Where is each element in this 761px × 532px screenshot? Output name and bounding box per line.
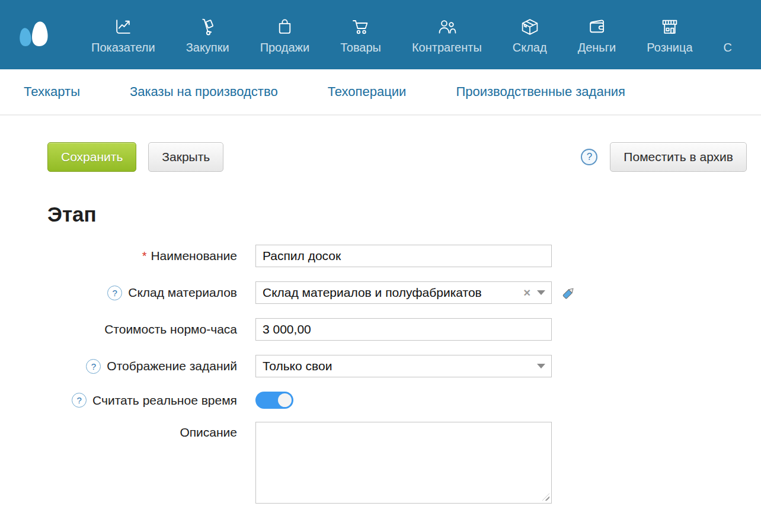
edit-pencil-icon[interactable]	[561, 285, 577, 301]
description-textarea[interactable]	[255, 422, 552, 504]
real-time-toggle[interactable]	[255, 392, 293, 409]
subnav-item-production-orders[interactable]: Заказы на производство	[130, 84, 278, 100]
shopping-bag-icon	[275, 15, 295, 37]
tasks-display-field-label: Отображение заданий	[107, 359, 237, 373]
nav-label: Закупки	[186, 41, 229, 55]
people-icon	[437, 15, 457, 37]
tasks-display-select[interactable]: Только свои	[255, 355, 552, 377]
nav-item-sales[interactable]: Продажи	[245, 15, 325, 55]
stage-form: * Наименование ? Склад материалов Склад …	[0, 245, 761, 504]
nav-item-counterparties[interactable]: Контрагенты	[397, 15, 497, 55]
rate-input[interactable]	[255, 318, 552, 341]
form-row-description: Описание	[47, 422, 761, 504]
rate-field-label: Стоимость нормо-часа	[104, 322, 237, 336]
cart-icon	[351, 15, 371, 37]
required-asterisk: *	[142, 249, 147, 263]
warehouse-field-label: Склад материалов	[128, 286, 237, 300]
toolbar-right-group: ? Поместить в архив	[581, 142, 747, 172]
top-navigation: Показатели Закупки Продажи	[76, 15, 747, 55]
nav-label: Товары	[340, 41, 381, 55]
form-row-tasks-display: ? Отображение заданий Только свои	[47, 355, 761, 377]
nav-item-truncated[interactable]: С	[708, 15, 747, 55]
package-icon	[520, 15, 540, 37]
real-time-field-label: Считать реальное время	[92, 393, 237, 408]
tasks-display-selected-value: Только свои	[263, 359, 537, 373]
description-field-label: Описание	[180, 425, 237, 440]
save-button[interactable]: Сохранить	[47, 142, 136, 171]
nav-item-purchases[interactable]: Закупки	[171, 15, 245, 55]
subnav-item-production-tasks[interactable]: Производственные задания	[456, 84, 625, 100]
nav-label: Деньги	[578, 41, 616, 55]
nav-item-money[interactable]: Деньги	[562, 15, 632, 55]
nav-item-retail[interactable]: Розница	[631, 15, 708, 55]
page-title: Этап	[47, 203, 761, 226]
chevron-down-icon[interactable]	[537, 364, 545, 368]
warehouse-selected-value: Склад материалов и полуфабрикатов	[263, 286, 521, 300]
subnav-item-techcards[interactable]: Техкарты	[24, 84, 80, 100]
help-icon[interactable]: ?	[581, 149, 597, 165]
form-row-real-time: ? Считать реальное время	[47, 392, 761, 409]
nav-label: Контрагенты	[412, 41, 482, 55]
help-icon[interactable]: ?	[72, 393, 87, 408]
toolbar: Сохранить Закрыть ? Поместить в архив	[47, 142, 747, 172]
nav-item-warehouse[interactable]: Склад	[497, 15, 562, 55]
storefront-icon	[660, 15, 680, 37]
form-row-name: * Наименование	[47, 245, 761, 267]
chevron-down-icon[interactable]	[537, 290, 545, 295]
subnav-item-techoperations[interactable]: Техоперации	[328, 84, 407, 100]
archive-button[interactable]: Поместить в архив	[610, 142, 747, 171]
nav-label: Продажи	[260, 41, 310, 55]
app-logo[interactable]	[15, 18, 55, 52]
nav-item-indicators[interactable]: Показатели	[76, 15, 171, 55]
handtruck-icon	[198, 15, 218, 37]
nav-label: Показатели	[91, 41, 155, 55]
warehouse-combobox[interactable]: Склад материалов и полуфабрикатов ✕	[255, 281, 552, 304]
clear-icon[interactable]: ✕	[523, 287, 531, 299]
nav-item-goods[interactable]: Товары	[325, 15, 397, 55]
chart-icon	[113, 15, 133, 37]
nav-label: Склад	[513, 41, 547, 55]
toggle-knob	[278, 393, 292, 407]
moysklad-logo-icon	[15, 18, 55, 52]
form-row-rate: Стоимость нормо-часа	[47, 318, 761, 341]
name-input[interactable]	[255, 245, 552, 267]
form-row-warehouse: ? Склад материалов Склад материалов и по…	[47, 281, 761, 304]
close-button[interactable]: Закрыть	[148, 142, 223, 171]
production-subnav: Техкарты Заказы на производство Техопера…	[0, 69, 761, 116]
nav-label: С	[724, 41, 732, 55]
nav-label: Розница	[647, 41, 692, 55]
wallet-icon	[587, 15, 607, 37]
name-field-label: Наименование	[151, 249, 237, 263]
help-icon[interactable]: ?	[107, 286, 122, 300]
main-header: Показатели Закупки Продажи	[0, 0, 761, 69]
help-icon[interactable]: ?	[86, 359, 101, 374]
